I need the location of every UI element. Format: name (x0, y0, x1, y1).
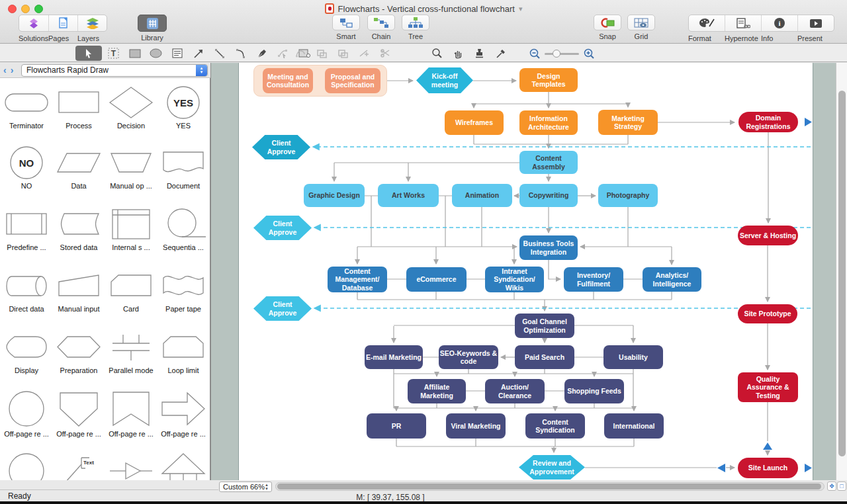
library-item-display[interactable]: Display (3, 329, 50, 374)
library-nav-arrows[interactable]: ‹› (3, 65, 17, 75)
zoom-level-selector[interactable]: Custom 66% ▲▼ (219, 482, 272, 492)
node-quality-assurance-testing[interactable]: Quality Assurance & Testing (738, 372, 798, 402)
node-site-launch[interactable]: Site Launch (738, 458, 798, 478)
node-wireframes[interactable]: Wireframes (445, 110, 504, 135)
node-email-marketing[interactable]: E-mail Marketing (365, 345, 423, 369)
node-graphic-design[interactable]: Graphic Design (304, 184, 365, 207)
node-content-syndication[interactable]: Content Syndication (525, 413, 585, 439)
node-intranet-syndication-wikis[interactable]: Intranet Syndication/ Wikis (485, 267, 544, 292)
library-item-manual-input[interactable]: Manual input (55, 268, 103, 313)
vertical-scrollbar[interactable] (836, 63, 847, 480)
library-item-loop-limit[interactable]: Loop limit (159, 329, 207, 374)
zoom-slider[interactable] (545, 48, 579, 59)
library-item-manual-operation[interactable]: Manual op ... (107, 145, 155, 190)
library-item-card[interactable]: Card (107, 268, 155, 313)
zoom-in-button[interactable] (581, 46, 597, 61)
horizontal-scrollbar-thumb[interactable] (277, 483, 821, 489)
node-shopping-feeds[interactable]: Shopping Feeds (564, 379, 624, 403)
info-button[interactable]: i (762, 15, 798, 31)
tree-button[interactable]: Tree (402, 15, 429, 40)
node-art-works[interactable]: Art Works (378, 184, 439, 207)
node-paid-search[interactable]: Paid Search (515, 345, 574, 369)
eyedropper-tool[interactable] (491, 46, 510, 61)
node-copywriting[interactable]: Copywriting (519, 184, 578, 207)
library-item-data[interactable]: Data (55, 145, 103, 190)
connection-handles[interactable] (717, 118, 812, 472)
title-chevron-icon[interactable]: ▾ (519, 5, 523, 13)
node-affiliate-marketing[interactable]: Affiliate Marketing (408, 379, 466, 403)
text-block-tool[interactable] (167, 46, 187, 61)
node-design-templates[interactable]: Design Templates (519, 68, 578, 92)
node-usability[interactable]: Usability (603, 345, 663, 369)
library-item-offpage-arrow[interactable]: Off-page re ... (159, 389, 207, 438)
format-button[interactable] (689, 15, 725, 31)
ungroup-tool[interactable] (334, 46, 353, 61)
hypernote-button[interactable] (725, 15, 762, 31)
node-seo-keywords-code[interactable]: SEO-Keywords & code (439, 345, 498, 369)
node-inventory-fulfilment[interactable]: Inventory/ Fulfilment (564, 267, 623, 292)
chain-button[interactable]: Chain (367, 15, 395, 40)
node-pr[interactable]: PR (367, 413, 426, 439)
pen-tool[interactable] (252, 46, 271, 61)
node-business-tools-integration[interactable]: Business Tools Integration (519, 235, 578, 260)
solutions-button[interactable] (19, 15, 49, 31)
format-painter-tool[interactable] (470, 46, 489, 61)
node-animation[interactable]: Animation (452, 184, 512, 207)
library-item-sequential-data[interactable]: Sequentia ... (159, 206, 207, 251)
node-proposal-specification[interactable]: Proposal and Specification (325, 68, 380, 93)
library-item-offpage-pentagon[interactable]: Off-page re ... (55, 389, 103, 438)
line-tool[interactable] (210, 46, 229, 61)
library-dropdown[interactable]: Flowcharts Rapid Draw ▲▼ (21, 64, 208, 77)
library-item-decision[interactable]: Decision (107, 85, 155, 130)
split-tool[interactable] (376, 46, 395, 61)
library-button[interactable]: Library (138, 15, 167, 42)
vertical-scrollbar-thumb[interactable] (838, 91, 846, 456)
node-photography[interactable]: Photography (598, 184, 658, 207)
pages-button[interactable] (49, 15, 78, 31)
node-marketing-strategy[interactable]: Marketing Strategy (598, 110, 658, 135)
node-ecommerce[interactable]: eCommerce (406, 267, 467, 292)
drawing-canvas[interactable]: Meeting and Consultation Proposal and Sp… (210, 63, 847, 480)
library-item-paper-tape[interactable]: Paper tape (159, 268, 207, 313)
zoom-tool[interactable] (427, 46, 447, 61)
library-item-terminator[interactable]: Terminator (3, 85, 50, 130)
zoom-out-button[interactable] (527, 46, 543, 61)
horizontal-scrollbar[interactable] (275, 482, 825, 491)
library-item-no[interactable]: NO NO (3, 145, 50, 190)
zoom-stepper-icon[interactable]: ▲▼ (263, 483, 270, 491)
pointer-tool[interactable] (75, 46, 102, 61)
node-server-hosting[interactable]: Server & Hosting (738, 226, 798, 245)
freeform-tool[interactable] (291, 46, 310, 61)
library-item-offpage-circle[interactable]: Off-page re ... (3, 389, 50, 438)
fit-page-button[interactable]: □ (837, 482, 846, 491)
zoom-slider-thumb[interactable] (553, 50, 560, 58)
node-content-management-database[interactable]: Content Management/ Database (328, 267, 387, 292)
node-domain-registrations[interactable]: Domain Registrations (738, 112, 798, 132)
layers-button[interactable] (78, 15, 107, 31)
library-item-internal-storage[interactable]: Internal s ... (107, 206, 155, 251)
pan-tool[interactable] (449, 46, 468, 61)
library-item-preparation[interactable]: Preparation (55, 329, 103, 374)
smart-button[interactable]: Smart (332, 15, 360, 40)
node-edit-tool[interactable] (273, 46, 292, 61)
add-point-tool[interactable] (355, 46, 374, 61)
grid-button[interactable]: Grid (627, 15, 655, 40)
library-item-offpage-flag[interactable]: Off-page re ... (107, 389, 155, 438)
library-item-document[interactable]: Document (159, 145, 207, 190)
node-content-assembly[interactable]: Content Assembly (519, 151, 578, 174)
present-button[interactable] (798, 15, 834, 31)
snap-button[interactable]: Snap (594, 15, 621, 40)
ellipse-tool[interactable] (146, 46, 165, 61)
library-item-process[interactable]: Process (55, 85, 103, 130)
connector-arrow-tool[interactable] (189, 46, 208, 61)
node-meeting-consultation[interactable]: Meeting and Consultation (263, 68, 313, 93)
library-item-parallel-mode[interactable]: Parallel mode (107, 329, 155, 374)
node-site-prototype[interactable]: Site Prototype (738, 304, 797, 323)
node-information-architecture[interactable]: Information Architecture (519, 110, 578, 135)
node-auction-clearance[interactable]: Auction/ Clearance (485, 379, 545, 403)
text-tool[interactable]: T (104, 46, 123, 61)
group-tool[interactable] (312, 46, 332, 61)
node-analytics-intelligence[interactable]: Analytics/ Intelligence (643, 267, 701, 292)
node-goal-channel-optimization[interactable]: Goal Channel Optimization (515, 314, 574, 338)
library-item-yes[interactable]: YES YES (159, 85, 207, 130)
